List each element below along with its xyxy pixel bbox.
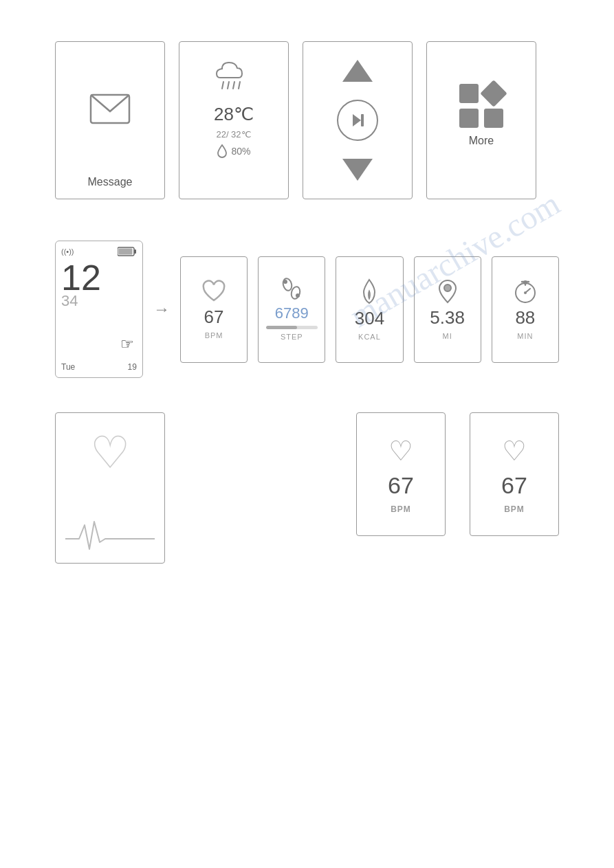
message-tile[interactable]: Message [55,41,165,199]
wifi-icon: ((•)) [61,247,74,256]
hand-cursor-icon: ☞ [120,335,134,353]
min-label: MIN [517,332,533,340]
min-value: 88 [515,307,535,329]
flame-icon [358,278,380,304]
svg-point-14 [444,285,451,291]
mi-label: MI [443,332,452,340]
weather-cloud-icon [210,56,258,96]
svg-line-3 [233,82,234,89]
more-diamond-icon [480,80,507,107]
heart-big-icon: ♡ [90,430,130,475]
arrow-right-icon: → [153,300,170,319]
heart-bpm-icon [201,280,227,303]
bpm-value: 67 [204,307,224,328]
svg-line-4 [239,82,240,89]
heart-icon-1: ♡ [388,435,413,467]
more-square-icon-3 [484,109,503,128]
triangle-up-icon [342,60,373,82]
device-day-num: 19 [128,362,137,372]
humidity-icon [217,144,228,159]
step-label: STEP [281,333,303,341]
svg-rect-8 [134,249,136,254]
step-progress-bar [266,326,318,329]
hr-small-tile-1[interactable]: ♡ 67 BPM [356,412,446,536]
mi-value: 5.38 [430,307,465,329]
svg-point-10 [282,278,293,291]
step-tile[interactable]: 6789 STEP [258,256,325,363]
play-pause-button[interactable] [337,100,378,141]
weather-temp-range: 22/ 32℃ [216,129,251,140]
bpm-label: BPM [205,331,223,340]
media-tile[interactable] [303,41,413,199]
weather-temp-main: 28℃ [214,104,254,125]
svg-point-13 [296,293,300,298]
svg-line-1 [222,82,223,89]
triangle-down-icon [342,159,373,181]
heart-icon-2: ♡ [502,435,527,467]
more-square-icon-2 [459,109,479,128]
humidity-value: 80% [231,146,250,157]
message-icon-area [89,42,131,176]
app-tiles-row: Message 28℃ 22/ 32℃ 80% [55,41,559,199]
message-label: Message [88,176,133,188]
device-mockup: ((•)) 12 34 Tue 19 ☞ [55,241,143,378]
play-next-icon [347,110,368,131]
step-value: 6789 [275,304,309,322]
device-bottom-row: Tue 19 [61,362,137,372]
hr-value-1: 67 [388,472,414,499]
timer-icon [514,279,537,304]
more-tile[interactable]: More [426,41,536,199]
svg-point-12 [283,280,287,284]
svg-marker-5 [353,114,361,126]
hr-label-2: BPM [504,504,525,514]
heart-rate-row: ♡ ♡ 67 BPM ♡ 67 BPM [55,412,559,564]
message-icon [89,93,131,124]
svg-rect-6 [361,114,364,126]
more-square-icon-1 [459,84,479,103]
svg-point-20 [523,280,527,285]
device-time: 12 [61,260,137,296]
more-label: More [469,135,494,147]
kcal-label: KCAL [358,333,381,341]
fitness-row: ((•)) 12 34 Tue 19 ☞ → 67 BPM [55,241,559,378]
bpm-tile[interactable]: 67 BPM [180,256,248,363]
device-date: 34 [61,292,137,310]
ecg-line-icon [65,518,155,553]
battery-icon [118,247,137,256]
kcal-tile[interactable]: 304 KCAL [336,256,403,363]
hr-value-2: 67 [501,472,527,499]
weather-tile[interactable]: 28℃ 22/ 32℃ 80% [179,41,289,199]
device-day: Tue [61,362,75,372]
hr-small-tile-2[interactable]: ♡ 67 BPM [470,412,559,536]
step-bar-fill [266,326,297,329]
svg-line-2 [228,82,229,89]
svg-rect-9 [118,249,132,255]
svg-point-19 [524,291,527,294]
weather-humidity: 80% [217,144,250,159]
mi-tile[interactable]: 5.38 MI [414,256,481,363]
device-status-bar: ((•)) [61,247,137,256]
hr-ecg-tile[interactable]: ♡ [55,412,165,564]
more-icons-grid [459,84,503,128]
min-tile[interactable]: 88 MIN [492,256,559,363]
location-icon [437,279,459,304]
hr-label-1: BPM [391,504,411,514]
footstep-icon [278,278,305,301]
kcal-value: 304 [355,308,384,329]
